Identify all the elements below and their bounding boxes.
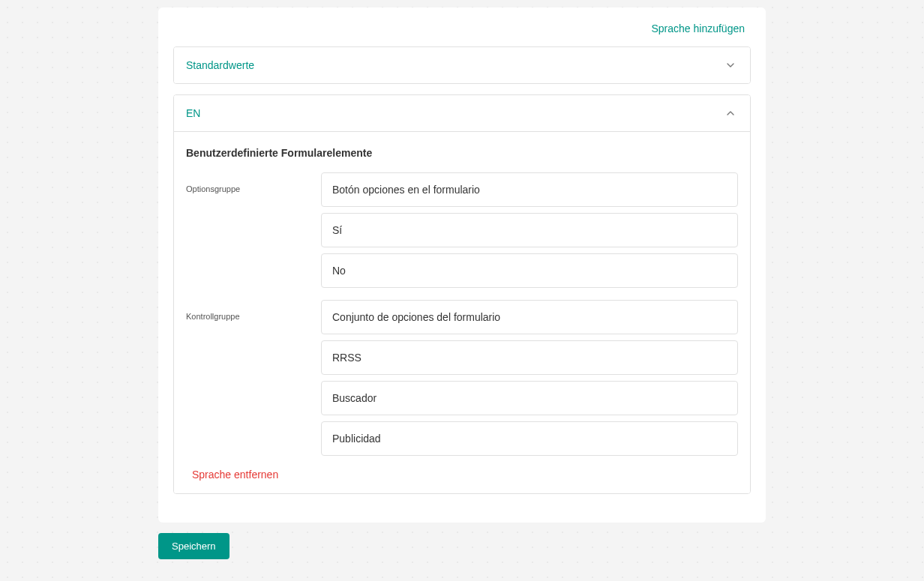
- optionsgruppe-field-0[interactable]: [321, 172, 738, 207]
- accordion-defaults-title: Standardwerte: [186, 59, 254, 71]
- accordion-en-title: EN: [186, 107, 200, 119]
- kontrollgruppe-field-2[interactable]: [321, 381, 738, 415]
- remove-language-row: Sprache entfernen: [186, 468, 738, 481]
- section-title: Benutzerdefinierte Formularelemente: [186, 147, 738, 159]
- optionsgruppe-fields: [321, 172, 738, 294]
- kontrollgruppe-label: Kontrollgruppe: [186, 300, 321, 321]
- accordion-defaults: Standardwerte: [173, 46, 751, 84]
- kontrollgruppe-row: Kontrollgruppe: [186, 300, 738, 462]
- remove-language-link[interactable]: Sprache entfernen: [186, 466, 284, 484]
- optionsgruppe-label: Optionsgruppe: [186, 172, 321, 193]
- header-row: Sprache hinzufügen: [173, 22, 751, 46]
- chevron-down-icon: [723, 58, 738, 73]
- accordion-en-header[interactable]: EN: [174, 95, 750, 131]
- kontrollgruppe-fields: [321, 300, 738, 462]
- kontrollgruppe-field-0[interactable]: [321, 300, 738, 334]
- optionsgruppe-field-2[interactable]: [321, 253, 738, 288]
- add-language-link[interactable]: Sprache hinzufügen: [651, 22, 745, 34]
- accordion-en: EN Benutzerdefinierte Formularelemente O…: [173, 94, 751, 494]
- accordion-en-body: Benutzerdefinierte Formularelemente Opti…: [174, 131, 750, 493]
- kontrollgruppe-field-1[interactable]: [321, 340, 738, 375]
- footer-row: Speichern: [158, 533, 766, 559]
- optionsgruppe-row: Optionsgruppe: [186, 172, 738, 294]
- optionsgruppe-field-1[interactable]: [321, 213, 738, 247]
- kontrollgruppe-field-3[interactable]: [321, 421, 738, 456]
- save-button[interactable]: Speichern: [158, 533, 230, 559]
- chevron-up-icon: [723, 106, 738, 121]
- language-settings-card: Sprache hinzufügen Standardwerte EN Benu…: [158, 7, 766, 523]
- accordion-defaults-header[interactable]: Standardwerte: [174, 47, 750, 83]
